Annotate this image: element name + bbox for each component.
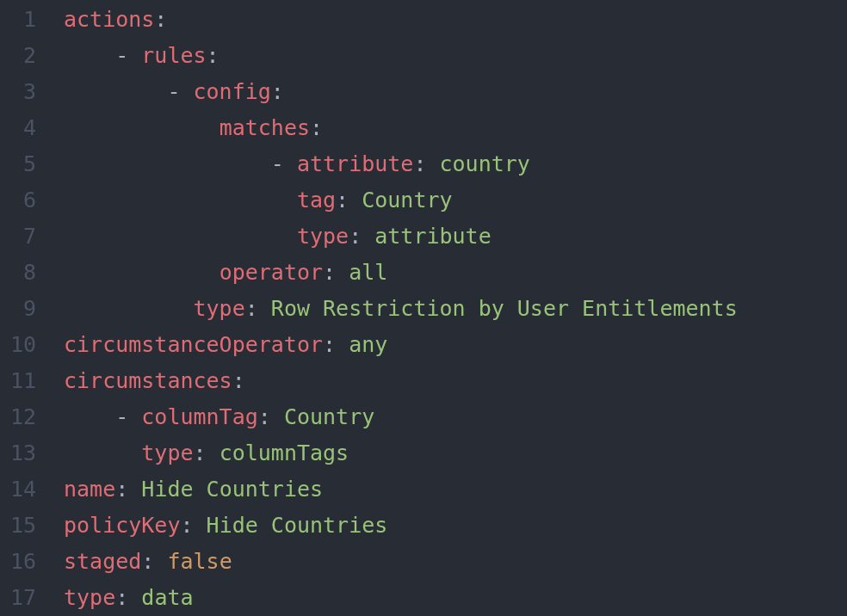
code-line: - attribute: country xyxy=(64,146,847,182)
line-number: 13 xyxy=(0,435,36,471)
yaml-key: type xyxy=(64,585,115,610)
yaml-punct xyxy=(64,224,297,249)
yaml-punct: : xyxy=(232,368,245,393)
yaml-key: matches xyxy=(219,115,310,140)
line-number: 3 xyxy=(0,74,36,110)
line-number: 9 xyxy=(0,291,36,327)
yaml-punct: : xyxy=(413,151,439,176)
yaml-string: Row Restriction by User Entitlements xyxy=(271,296,738,321)
line-number: 12 xyxy=(0,399,36,435)
code-line: type: Row Restriction by User Entitlemen… xyxy=(64,291,847,327)
yaml-key: policyKey xyxy=(64,513,180,538)
line-number: 6 xyxy=(0,182,36,219)
line-number: 15 xyxy=(0,508,36,544)
yaml-dash: - xyxy=(64,151,297,176)
yaml-key: config xyxy=(194,79,271,104)
yaml-string: columnTags xyxy=(219,440,349,465)
line-number: 11 xyxy=(0,363,36,399)
yaml-punct: : xyxy=(336,188,362,213)
yaml-key: columnTag xyxy=(141,404,257,429)
yaml-key: name xyxy=(64,477,115,502)
yaml-key: operator xyxy=(219,260,323,285)
yaml-punct: : xyxy=(154,7,167,32)
yaml-key: circumstanceOperator xyxy=(64,332,323,357)
yaml-punct: : xyxy=(310,115,323,140)
yaml-punct: : xyxy=(115,477,141,502)
yaml-punct: : xyxy=(194,440,219,465)
yaml-dash: - xyxy=(64,43,141,68)
yaml-string: Hide Countries xyxy=(141,477,323,502)
yaml-punct xyxy=(64,260,219,285)
yaml-key: type xyxy=(297,224,349,249)
code-line: staged: false xyxy=(64,544,847,580)
yaml-key: actions xyxy=(64,7,154,32)
yaml-key: type xyxy=(141,440,193,465)
yaml-key: attribute xyxy=(297,151,413,176)
line-number: 14 xyxy=(0,471,36,508)
code-line: actions: xyxy=(64,2,847,38)
yaml-punct: : xyxy=(141,549,167,574)
yaml-key: tag xyxy=(297,188,336,213)
yaml-key: circumstances xyxy=(64,368,232,393)
yaml-string: Country xyxy=(362,188,452,213)
yaml-bool: false xyxy=(167,549,232,574)
yaml-punct: : xyxy=(207,43,219,68)
yaml-punct: : xyxy=(180,513,206,538)
line-number: 17 xyxy=(0,580,36,616)
yaml-string: Hide Countries xyxy=(207,513,388,538)
code-line: - columnTag: Country xyxy=(64,399,847,435)
yaml-string: all xyxy=(349,260,387,285)
line-number: 4 xyxy=(0,110,36,146)
code-line: matches: xyxy=(64,110,847,146)
code-line: type: columnTags xyxy=(64,435,847,471)
yaml-dash: - xyxy=(64,79,194,104)
yaml-string: any xyxy=(349,332,387,357)
yaml-punct: : xyxy=(258,404,284,429)
yaml-key: type xyxy=(194,296,245,321)
yaml-string: data xyxy=(141,585,193,610)
code-line: - rules: xyxy=(64,38,847,74)
line-number-gutter: 1234567891011121314151617 xyxy=(0,0,52,616)
yaml-punct: : xyxy=(349,224,374,249)
line-number: 8 xyxy=(0,255,36,291)
line-number: 2 xyxy=(0,38,36,74)
yaml-punct xyxy=(64,440,141,465)
yaml-string: Country xyxy=(284,404,374,429)
code-line: circumstances: xyxy=(64,363,847,399)
line-number: 10 xyxy=(0,327,36,363)
code-content[interactable]: actions: - rules: - config: matches: - a… xyxy=(52,0,847,616)
code-line: operator: all xyxy=(64,255,847,291)
line-number: 1 xyxy=(0,2,36,38)
yaml-string: country xyxy=(440,151,530,176)
yaml-key: staged xyxy=(64,549,141,574)
code-line: type: data xyxy=(64,580,847,616)
yaml-key: rules xyxy=(141,43,206,68)
line-number: 7 xyxy=(0,219,36,255)
code-editor: 1234567891011121314151617 actions: - rul… xyxy=(0,0,847,616)
yaml-punct: : xyxy=(323,260,349,285)
yaml-dash: - xyxy=(64,404,141,429)
line-number: 5 xyxy=(0,146,36,182)
code-line: type: attribute xyxy=(64,219,847,255)
yaml-punct: : xyxy=(115,585,141,610)
code-line: name: Hide Countries xyxy=(64,471,847,508)
code-line: policyKey: Hide Countries xyxy=(64,508,847,544)
yaml-punct: : xyxy=(245,296,271,321)
code-line: tag: Country xyxy=(64,182,847,219)
yaml-punct: : xyxy=(323,332,349,357)
code-line: circumstanceOperator: any xyxy=(64,327,847,363)
yaml-punct xyxy=(64,115,219,140)
code-line: - config: xyxy=(64,74,847,110)
yaml-punct: : xyxy=(271,79,284,104)
line-number: 16 xyxy=(0,544,36,580)
yaml-punct xyxy=(64,188,297,213)
yaml-string: attribute xyxy=(374,224,491,249)
yaml-punct xyxy=(64,296,194,321)
